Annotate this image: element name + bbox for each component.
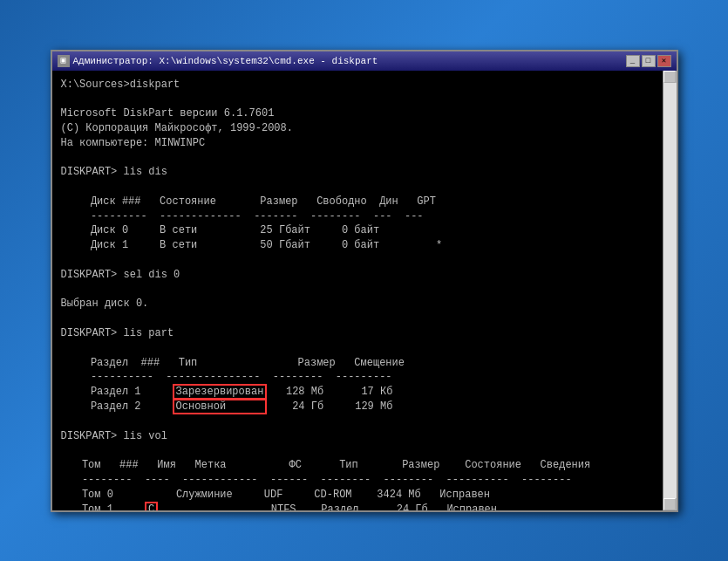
vol-header: Том ### Имя Метка ФС Тип Размер Состояни… (70, 458, 668, 473)
window-icon: ▣ (58, 55, 70, 67)
console-line (61, 311, 668, 326)
vol1-name-highlight: C (145, 502, 158, 510)
console-cmd: DISKPART> lis vol (61, 429, 668, 444)
console-line (61, 341, 668, 356)
close-button[interactable]: ✕ (657, 55, 671, 67)
console-line: X:\Sources>diskpart (61, 78, 668, 92)
console-line: Microsoft DiskPart версии 6.1.7601 (61, 106, 668, 121)
part1-type-highlight: Зарезервирован (173, 384, 268, 400)
vol-row-1: Том 1 C NTFS Раздел 24 Гб Исправен (70, 503, 668, 510)
console-cmd: DISKPART> lis dis (61, 165, 668, 180)
console-line (61, 443, 668, 458)
console-line (61, 414, 668, 429)
scrollbar-up[interactable]: ▲ (663, 71, 676, 83)
console-cmd: DISKPART> lis part (61, 326, 668, 341)
minimize-button[interactable]: _ (626, 55, 640, 67)
maximize-button[interactable]: □ (642, 55, 656, 67)
part2-type-highlight: Основной (173, 399, 268, 414)
window-title: Администратор: X:\windows\system32\cmd.e… (73, 56, 378, 66)
disk-row-0: Диск 0 В сети 25 Гбайт 0 байт (78, 223, 668, 238)
console-line: На компьютере: MINWINPC (61, 136, 668, 151)
disk-list: Диск ### Состояние Размер Свободно Дин G… (78, 195, 668, 253)
cmd-window: ▣ Администратор: X:\windows\system32\cmd… (51, 50, 678, 512)
title-bar-buttons[interactable]: _ □ ✕ (626, 55, 671, 67)
console-line (61, 283, 668, 298)
vol-row-0: Том 0 Служминие UDF CD-ROM 3424 Мб Испра… (70, 488, 668, 503)
disk-row-1: Диск 1 В сети 50 Гбайт 0 байт * (78, 238, 668, 253)
part-header: Раздел ### Тип Размер Смещение (78, 356, 668, 371)
console-line (61, 180, 668, 195)
vol-list: Том ### Имя Метка ФС Тип Размер Состояни… (70, 458, 668, 510)
console-area[interactable]: X:\Sources>diskpart Microsoft DiskPart в… (52, 71, 677, 510)
scrollbar-track (663, 83, 677, 498)
part-list: Раздел ### Тип Размер Смещение ---------… (78, 356, 668, 414)
scrollbar-down[interactable]: ▼ (663, 498, 676, 510)
scrollbar[interactable]: ▲ ▼ (663, 71, 677, 510)
part-row-2: Раздел 2 Основной 24 Гб 129 Мб (78, 400, 668, 414)
vol-separator: -------- ---- ------------ ------ ------… (70, 473, 668, 488)
console-line (61, 253, 668, 268)
console-line (61, 92, 668, 106)
console-line: (C) Корпорация Майкрософт, 1999-2008. (61, 121, 668, 136)
part-separator: ---------- --------------- -------- ----… (78, 370, 668, 385)
title-bar-left: ▣ Администратор: X:\windows\system32\cmd… (58, 55, 378, 67)
sel-result: Выбран диск 0. (61, 297, 668, 311)
disk-separator: --------- ------------- ------- --------… (78, 209, 668, 224)
console-line (61, 150, 668, 165)
title-bar: ▣ Администратор: X:\windows\system32\cmd… (52, 51, 677, 71)
part-row-1: Раздел 1 Зарезервирован 128 Мб 17 Кб (78, 385, 668, 400)
console-cmd: DISKPART> sel dis 0 (61, 268, 668, 283)
disk-header: Диск ### Состояние Размер Свободно Дин G… (78, 195, 668, 209)
